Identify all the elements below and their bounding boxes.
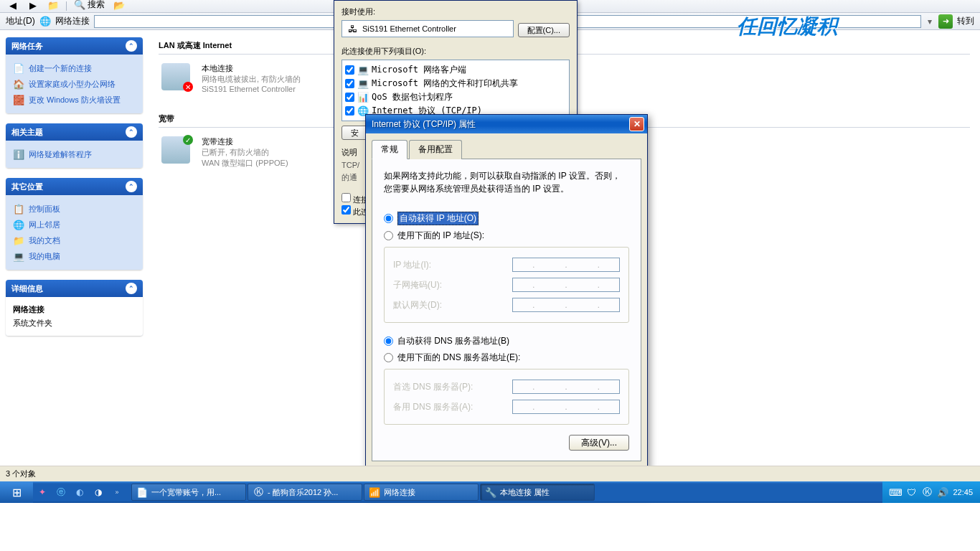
limited-checkbox[interactable] — [341, 205, 351, 215]
radio-input[interactable] — [384, 353, 393, 362]
tray-volume-icon[interactable]: 🔊 — [937, 486, 948, 498]
sidebar-item-firewall[interactable]: 🧱更改 Windows 防火墙设置 — [13, 92, 136, 108]
tray-keyboard-icon[interactable]: ⌨ — [890, 486, 901, 498]
detail-type: 系统文件夹 — [13, 316, 136, 330]
connection-status: 已断开, 有防火墙的 — [202, 147, 288, 158]
sidebar-item-home-network[interactable]: 🏠设置家庭或小型办公网络 — [13, 76, 136, 92]
list-item[interactable]: 📊QoS 数据包计划程序 — [345, 90, 566, 104]
field-label: 首选 DNS 服务器(P): — [393, 381, 473, 393]
link-label: 网络疑难解答程序 — [29, 149, 92, 160]
quicklaunch-item[interactable]: ◑ — [89, 481, 108, 503]
radio-manual-dns[interactable]: 使用下面的 DNS 服务器地址(E): — [384, 349, 629, 366]
list-item[interactable]: 💻Microsoft 网络的文件和打印机共享 — [345, 77, 566, 90]
start-button[interactable]: ⊞ — [0, 481, 33, 503]
link-label: 控制面板 — [29, 204, 60, 215]
task-button-active[interactable]: 🔧本地连接 属性 — [480, 484, 595, 501]
status-bar: 3 个对象 — [0, 466, 980, 481]
folder-up-icon: 📁 — [47, 0, 59, 11]
dialog-body: 常规 备用配置 如果网络支持此功能，则可以获取自动指派的 IP 设置。否则， 您… — [366, 133, 647, 494]
tab-content: 如果网络支持此功能，则可以获取自动指派的 IP 设置。否则， 您需要从网络系统管… — [372, 159, 641, 461]
connection-adapter: SiS191 Ethernet Controller — [202, 85, 301, 93]
radio-manual-ip[interactable]: 使用下面的 IP 地址(S): — [384, 227, 629, 244]
documents-icon: 📁 — [13, 235, 24, 246]
sidebar-item-my-computer[interactable]: 💻我的电脑 — [13, 248, 136, 264]
task-button[interactable]: 📄一个宽带账号，用... — [131, 484, 246, 501]
panel-header[interactable]: 详细信息 ⌃ — [6, 280, 143, 297]
back-button[interactable]: ◀ — [3, 0, 23, 12]
divider — [66, 1, 67, 11]
list-item[interactable]: 💻Microsoft 网络客户端 — [345, 63, 566, 77]
radio-auto-ip[interactable]: 自动获得 IP 地址(O) — [384, 209, 629, 227]
item-checkbox[interactable] — [345, 79, 354, 88]
address-dropdown[interactable]: ▾ — [925, 17, 934, 27]
sidebar-item-troubleshoot[interactable]: ℹ️网络疑难解答程序 — [13, 146, 136, 162]
item-label: QoS 数据包计划程序 — [372, 91, 453, 103]
radio-input[interactable] — [384, 231, 393, 240]
sidebar-item-network-places[interactable]: 🌐网上邻居 — [13, 217, 136, 232]
task-icon: 📶 — [369, 486, 380, 498]
sidebar-item-new-connection[interactable]: 📄创建一个新的连接 — [13, 60, 136, 76]
chevron-icon: ⌃ — [126, 283, 137, 294]
radio-auto-dns[interactable]: 自动获得 DNS 服务器地址(B) — [384, 333, 629, 349]
tab-strip: 常规 备用配置 — [372, 139, 641, 159]
close-button[interactable]: ✕ — [629, 117, 644, 131]
forward-button[interactable]: ▶ — [23, 0, 43, 12]
panel-header[interactable]: 网络任务 ⌃ — [6, 37, 143, 55]
link-label: 设置家庭或小型办公网络 — [29, 79, 116, 90]
tab-alternate[interactable]: 备用配置 — [409, 140, 462, 159]
install-button[interactable]: 安 — [341, 126, 368, 140]
up-button[interactable]: 📁 — [43, 0, 63, 12]
panel-body: ℹ️网络疑难解答程序 — [6, 141, 143, 168]
new-connection-icon: 📄 — [13, 62, 24, 74]
connect-using-label: 接时使用: — [341, 6, 570, 17]
task-icon: 🔧 — [485, 486, 496, 498]
go-button[interactable]: ➜ — [938, 14, 953, 29]
connection-lan[interactable]: 本地连接 网络电缆被拔出, 有防火墙的 SiS191 Ethernet Cont… — [159, 60, 324, 99]
radio-input[interactable] — [384, 214, 393, 223]
task-icon: Ⓚ — [253, 486, 264, 498]
control-panel-icon: 📋 — [13, 203, 24, 215]
dns2-input: ... — [512, 400, 620, 414]
panel-other-places: 其它位置 ⌃ 📋控制面板 🌐网上邻居 📁我的文档 💻我的电脑 — [6, 178, 143, 270]
taskbar: ⊞ ✦ ⓔ ◐ ◑ » 📄一个宽带账号，用... Ⓚ- 酷狗音乐2012 孙..… — [0, 481, 980, 503]
sidebar-item-control-panel[interactable]: 📋控制面板 — [13, 201, 136, 217]
task-button[interactable]: Ⓚ- 酷狗音乐2012 孙... — [248, 484, 362, 501]
ip-address-input: ... — [512, 258, 620, 272]
quicklaunch-item[interactable]: ◐ — [70, 481, 89, 503]
forward-icon: ▶ — [27, 0, 39, 11]
quicklaunch-ie[interactable]: ⓔ — [52, 481, 70, 503]
quicklaunch-item[interactable]: ✦ — [33, 481, 52, 503]
computer-icon: 💻 — [13, 250, 24, 262]
radio-input[interactable] — [384, 336, 393, 346]
connection-name: 本地连接 — [202, 63, 301, 74]
tray-shield-icon[interactable]: 🛡 — [905, 486, 917, 498]
panel-header[interactable]: 其它位置 ⌃ — [6, 178, 143, 195]
link-label: 创建一个新的连接 — [29, 63, 92, 74]
components-list[interactable]: 💻Microsoft 网络客户端 💻Microsoft 网络的文件和打印机共享 … — [341, 60, 570, 121]
task-button[interactable]: 📶网络连接 — [364, 484, 479, 501]
panel-title: 详细信息 — [11, 283, 43, 294]
sidebar-item-my-documents[interactable]: 📁我的文档 — [13, 232, 136, 248]
connection-broadband[interactable]: 宽带连接 已断开, 有防火墙的 WAN 微型端口 (PPPOE) — [159, 133, 324, 172]
notify-checkbox[interactable] — [341, 193, 351, 202]
item-checkbox[interactable] — [345, 106, 354, 116]
tab-general[interactable]: 常规 — [372, 140, 407, 159]
app-icon: ◐ — [76, 487, 83, 497]
dialog-titlebar[interactable]: Internet 协议 (TCP/IP) 属性 ✕ — [366, 115, 647, 133]
advanced-button[interactable]: 高级(V)... — [569, 435, 629, 451]
item-checkbox[interactable] — [345, 65, 354, 75]
task-label: 一个宽带账号，用... — [151, 487, 221, 498]
quicklaunch-expand[interactable]: » — [108, 481, 126, 503]
folders-button[interactable]: 📂 — [109, 0, 129, 12]
tray-app-icon[interactable]: Ⓚ — [921, 486, 933, 498]
panel-header[interactable]: 相关主题 ⌃ — [6, 123, 143, 141]
configure-button[interactable]: 配置(C)... — [518, 23, 570, 37]
item-checkbox[interactable] — [345, 93, 354, 102]
item-label: Microsoft 网络客户端 — [372, 64, 466, 76]
search-button[interactable]: 🔍搜索 — [70, 0, 109, 12]
tray-clock[interactable]: 22:45 — [953, 488, 973, 496]
gateway-input: ... — [512, 298, 620, 312]
radio-label: 自动获得 IP 地址(O) — [397, 212, 479, 225]
close-icon: ✕ — [633, 119, 641, 129]
info-icon: ℹ️ — [13, 149, 24, 160]
